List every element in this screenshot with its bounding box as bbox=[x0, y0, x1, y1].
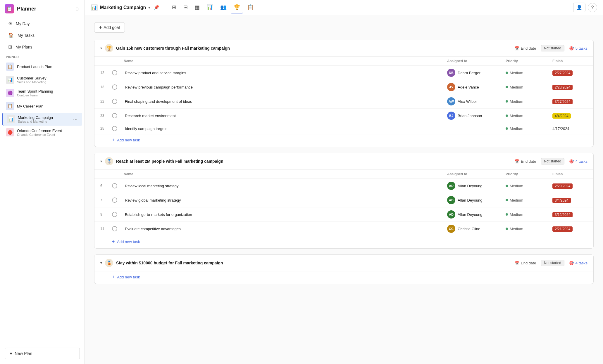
nav-item-my-day[interactable]: ☀ My Day bbox=[2, 18, 82, 29]
topbar-nav-board[interactable]: ⊟ bbox=[180, 2, 191, 13]
topbar-nav-chart[interactable]: 📊 bbox=[204, 2, 216, 13]
goal-status-2[interactable]: Not started bbox=[541, 260, 564, 266]
plan-more-button-marketing-campaign[interactable]: ··· bbox=[72, 116, 79, 123]
task-finish: 2/29/2024 bbox=[552, 184, 588, 188]
goal-end-date-0[interactable]: 📅 End date bbox=[514, 46, 536, 51]
priority-label: Medium bbox=[510, 198, 523, 202]
tasks-icon-2: 🎯 bbox=[569, 261, 574, 265]
goal-collapse-1[interactable]: ▾ bbox=[100, 159, 102, 163]
topbar-plan-name: Marketing Campaign bbox=[100, 5, 146, 10]
task-checkbox[interactable] bbox=[112, 70, 117, 75]
grid-icon: ⊞ bbox=[8, 44, 12, 50]
goal-header-2: ▾ 🥉 Stay within $10000 budget for Fall m… bbox=[94, 255, 593, 271]
goal-end-date-1[interactable]: 📅 End date bbox=[514, 159, 536, 164]
sidebar-header: 📋 Planner ⊞ bbox=[0, 0, 85, 18]
goal-collapse-2[interactable]: ▾ bbox=[100, 261, 102, 265]
nav-item-my-day-label: My Day bbox=[16, 21, 30, 26]
goal-badge-0: 🏆 bbox=[105, 44, 113, 52]
goal-status-1[interactable]: Not started bbox=[541, 158, 564, 164]
topbar-nav-details[interactable]: 📋 bbox=[244, 2, 256, 13]
goal-tasks-1[interactable]: 🎯 4 tasks bbox=[569, 159, 588, 164]
add-goal-button[interactable]: + Add goal bbox=[94, 22, 125, 33]
plan-sub-orlando-conf: Orlando Conference Event bbox=[17, 133, 79, 136]
svg-text:📋: 📋 bbox=[6, 6, 12, 12]
plan-icon-orlando-conf: 🔴 bbox=[6, 128, 14, 136]
task-row[interactable]: 9 Establish go-to-markets for organizati… bbox=[94, 207, 593, 222]
add-task-label: Add new task bbox=[117, 240, 140, 244]
avatar: AW bbox=[447, 97, 455, 105]
goal-tasks-0[interactable]: 🎯 5 tasks bbox=[569, 46, 588, 51]
priority-label: Medium bbox=[510, 114, 523, 118]
sidebar-collapse-button[interactable]: ⊞ bbox=[74, 6, 80, 12]
sidebar-plan-item-team-sprint[interactable]: 🟣 Team Sprint Planning Contoso Team bbox=[2, 86, 82, 99]
sidebar-plan-item-orlando-conf[interactable]: 🔴 Orlando Conference Event Orlando Confe… bbox=[2, 126, 82, 139]
task-row[interactable]: 7 Review global marketing strategy AD Al… bbox=[94, 193, 593, 207]
assignee-name: Allan Deyoung bbox=[458, 198, 483, 202]
add-goal-label: Add goal bbox=[104, 25, 120, 30]
priority-label: Medium bbox=[510, 184, 523, 188]
topbar-nav-people[interactable]: 👥 bbox=[217, 2, 230, 13]
task-row[interactable]: 22 Final shaping and development of idea… bbox=[94, 94, 593, 109]
finish-date-badge: 4/4/2024 bbox=[552, 113, 571, 119]
assignee-name: Alex Wilber bbox=[458, 99, 477, 104]
task-checkbox[interactable] bbox=[112, 212, 117, 217]
task-row[interactable]: 23 Research market environment BJ Brian … bbox=[94, 109, 593, 123]
col-finish-0: Finish bbox=[552, 59, 588, 63]
sidebar-plan-item-product-launch[interactable]: 📋 Product Launch Plan bbox=[2, 60, 82, 73]
task-row[interactable]: 11 Evaluate competitive advantages CC Ch… bbox=[94, 222, 593, 236]
priority-label: Medium bbox=[510, 99, 523, 104]
task-checkbox[interactable] bbox=[112, 99, 117, 104]
task-finish: 2/21/2024 bbox=[552, 227, 588, 231]
help-button[interactable]: ? bbox=[588, 3, 597, 12]
new-plan-button[interactable]: + New Plan bbox=[5, 348, 80, 359]
goal-status-0[interactable]: Not started bbox=[541, 45, 564, 51]
plus-icon: + bbox=[99, 25, 102, 30]
goal-collapse-0[interactable]: ▾ bbox=[100, 46, 102, 50]
task-number: 11 bbox=[100, 227, 112, 231]
topbar-nav-goals[interactable]: 🏆 bbox=[231, 2, 243, 13]
task-row[interactable]: 25 Identify campaign targets Medium 4/17… bbox=[94, 123, 593, 134]
plan-icon-my-career: 📋 bbox=[6, 102, 14, 110]
topbar-nav-grid[interactable]: ⊞ bbox=[169, 2, 179, 13]
finish-date-badge: 2/28/2024 bbox=[552, 85, 573, 90]
task-assignee: CC Christie Cline bbox=[447, 225, 506, 233]
task-checkbox[interactable] bbox=[112, 183, 117, 188]
plan-info-product-launch: Product Launch Plan bbox=[17, 65, 79, 69]
task-checkbox[interactable] bbox=[112, 226, 117, 231]
task-finish: 4/17/2024 bbox=[552, 126, 588, 131]
topbar-plan-title[interactable]: 📊 Marketing Campaign ▾ bbox=[91, 4, 150, 11]
goal-end-date-2[interactable]: 📅 End date bbox=[514, 261, 536, 265]
add-task-button-0[interactable]: + Add new task bbox=[94, 134, 593, 147]
task-priority: Medium bbox=[506, 198, 552, 202]
task-checkbox[interactable] bbox=[112, 197, 117, 203]
task-checkbox[interactable] bbox=[112, 126, 117, 131]
finish-date-badge: 3/12/2024 bbox=[552, 212, 573, 217]
nav-item-my-plans[interactable]: ⊞ My Plans bbox=[2, 41, 82, 53]
assignee-name: Brian Johnson bbox=[458, 114, 482, 118]
task-finish: 4/4/2024 bbox=[552, 114, 588, 118]
topbar-right: 👤 ? bbox=[573, 3, 597, 12]
members-button[interactable]: 👤 bbox=[573, 3, 585, 12]
add-task-button-2[interactable]: + Add new task bbox=[94, 271, 593, 284]
plan-icon-customer-survey: 📊 bbox=[6, 76, 14, 84]
task-checkbox[interactable] bbox=[112, 113, 117, 118]
pin-icon[interactable]: 📌 bbox=[154, 5, 159, 10]
sidebar-plan-item-marketing-campaign[interactable]: 📊 Marketing Campaign Sales and Marketing… bbox=[2, 113, 82, 126]
topbar-nav-schedule[interactable]: ▦ bbox=[192, 2, 203, 13]
task-priority: Medium bbox=[506, 227, 552, 231]
add-task-button-1[interactable]: + Add new task bbox=[94, 236, 593, 248]
finish-date: 4/17/2024 bbox=[552, 126, 569, 131]
plan-sub-customer-survey: Sales and Marketing bbox=[17, 80, 79, 84]
sidebar-plan-item-customer-survey[interactable]: 📊 Customer Survey Sales and Marketing bbox=[2, 73, 82, 86]
nav-items: ☀ My Day 🏠 My Tasks ⊞ My Plans bbox=[0, 18, 85, 53]
nav-item-my-tasks[interactable]: 🏠 My Tasks bbox=[2, 30, 82, 41]
task-row[interactable]: 13 Review previous campaign performance … bbox=[94, 80, 593, 94]
task-checkbox[interactable] bbox=[112, 84, 117, 90]
goal-badge-1: 🥈 bbox=[105, 157, 113, 165]
priority-dot bbox=[506, 86, 508, 88]
app-title: Planner bbox=[17, 6, 36, 12]
task-row[interactable]: 12 Review product and service margins DB… bbox=[94, 66, 593, 80]
task-row[interactable]: 6 Review local marketing strategy AD All… bbox=[94, 179, 593, 193]
goal-tasks-2[interactable]: 🎯 4 tasks bbox=[569, 261, 588, 265]
sidebar-plan-item-my-career[interactable]: 📋 My Career Plan bbox=[2, 100, 82, 112]
